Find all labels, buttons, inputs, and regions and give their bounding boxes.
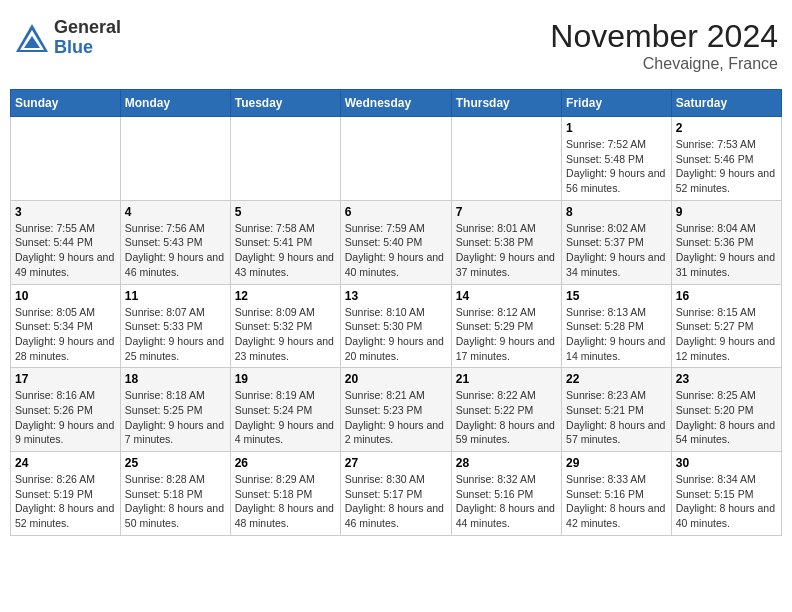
calendar-cell: 27Sunrise: 8:30 AM Sunset: 5:17 PM Dayli… — [340, 452, 451, 536]
day-info: Sunrise: 8:23 AM Sunset: 5:21 PM Dayligh… — [566, 388, 667, 447]
calendar-week-row: 17Sunrise: 8:16 AM Sunset: 5:26 PM Dayli… — [11, 368, 782, 452]
day-info: Sunrise: 8:21 AM Sunset: 5:23 PM Dayligh… — [345, 388, 447, 447]
day-number: 19 — [235, 372, 336, 386]
day-info: Sunrise: 8:19 AM Sunset: 5:24 PM Dayligh… — [235, 388, 336, 447]
day-info: Sunrise: 8:07 AM Sunset: 5:33 PM Dayligh… — [125, 305, 226, 364]
page-header: General Blue November 2024 Chevaigne, Fr… — [10, 10, 782, 81]
day-info: Sunrise: 8:10 AM Sunset: 5:30 PM Dayligh… — [345, 305, 447, 364]
day-info: Sunrise: 8:15 AM Sunset: 5:27 PM Dayligh… — [676, 305, 777, 364]
calendar-cell — [11, 117, 121, 201]
day-info: Sunrise: 8:05 AM Sunset: 5:34 PM Dayligh… — [15, 305, 116, 364]
calendar-cell: 22Sunrise: 8:23 AM Sunset: 5:21 PM Dayli… — [562, 368, 672, 452]
day-info: Sunrise: 8:29 AM Sunset: 5:18 PM Dayligh… — [235, 472, 336, 531]
calendar-cell: 21Sunrise: 8:22 AM Sunset: 5:22 PM Dayli… — [451, 368, 561, 452]
calendar-table: SundayMondayTuesdayWednesdayThursdayFrid… — [10, 89, 782, 536]
calendar-header-row: SundayMondayTuesdayWednesdayThursdayFrid… — [11, 90, 782, 117]
calendar-cell: 12Sunrise: 8:09 AM Sunset: 5:32 PM Dayli… — [230, 284, 340, 368]
day-info: Sunrise: 8:12 AM Sunset: 5:29 PM Dayligh… — [456, 305, 557, 364]
calendar-cell: 11Sunrise: 8:07 AM Sunset: 5:33 PM Dayli… — [120, 284, 230, 368]
logo-blue: Blue — [54, 38, 121, 58]
calendar-cell: 9Sunrise: 8:04 AM Sunset: 5:36 PM Daylig… — [671, 200, 781, 284]
day-number: 11 — [125, 289, 226, 303]
day-info: Sunrise: 7:56 AM Sunset: 5:43 PM Dayligh… — [125, 221, 226, 280]
day-info: Sunrise: 7:55 AM Sunset: 5:44 PM Dayligh… — [15, 221, 116, 280]
month-title: November 2024 — [550, 18, 778, 55]
weekday-header: Monday — [120, 90, 230, 117]
calendar-cell: 6Sunrise: 7:59 AM Sunset: 5:40 PM Daylig… — [340, 200, 451, 284]
day-number: 2 — [676, 121, 777, 135]
calendar-cell: 20Sunrise: 8:21 AM Sunset: 5:23 PM Dayli… — [340, 368, 451, 452]
calendar-cell: 10Sunrise: 8:05 AM Sunset: 5:34 PM Dayli… — [11, 284, 121, 368]
location: Chevaigne, France — [550, 55, 778, 73]
day-number: 21 — [456, 372, 557, 386]
calendar-week-row: 3Sunrise: 7:55 AM Sunset: 5:44 PM Daylig… — [11, 200, 782, 284]
calendar-cell: 26Sunrise: 8:29 AM Sunset: 5:18 PM Dayli… — [230, 452, 340, 536]
weekday-header: Friday — [562, 90, 672, 117]
day-number: 13 — [345, 289, 447, 303]
day-info: Sunrise: 8:26 AM Sunset: 5:19 PM Dayligh… — [15, 472, 116, 531]
logo: General Blue — [14, 18, 121, 58]
day-number: 7 — [456, 205, 557, 219]
weekday-header: Thursday — [451, 90, 561, 117]
calendar-cell: 18Sunrise: 8:18 AM Sunset: 5:25 PM Dayli… — [120, 368, 230, 452]
day-number: 24 — [15, 456, 116, 470]
calendar-cell — [230, 117, 340, 201]
calendar-cell — [340, 117, 451, 201]
day-number: 27 — [345, 456, 447, 470]
calendar-cell: 3Sunrise: 7:55 AM Sunset: 5:44 PM Daylig… — [11, 200, 121, 284]
calendar-week-row: 24Sunrise: 8:26 AM Sunset: 5:19 PM Dayli… — [11, 452, 782, 536]
calendar-cell: 19Sunrise: 8:19 AM Sunset: 5:24 PM Dayli… — [230, 368, 340, 452]
weekday-header: Wednesday — [340, 90, 451, 117]
calendar-cell: 25Sunrise: 8:28 AM Sunset: 5:18 PM Dayli… — [120, 452, 230, 536]
calendar-week-row: 1Sunrise: 7:52 AM Sunset: 5:48 PM Daylig… — [11, 117, 782, 201]
day-number: 20 — [345, 372, 447, 386]
calendar-cell: 1Sunrise: 7:52 AM Sunset: 5:48 PM Daylig… — [562, 117, 672, 201]
calendar-week-row: 10Sunrise: 8:05 AM Sunset: 5:34 PM Dayli… — [11, 284, 782, 368]
day-info: Sunrise: 8:16 AM Sunset: 5:26 PM Dayligh… — [15, 388, 116, 447]
day-number: 6 — [345, 205, 447, 219]
calendar-cell: 13Sunrise: 8:10 AM Sunset: 5:30 PM Dayli… — [340, 284, 451, 368]
calendar-cell: 16Sunrise: 8:15 AM Sunset: 5:27 PM Dayli… — [671, 284, 781, 368]
day-info: Sunrise: 8:22 AM Sunset: 5:22 PM Dayligh… — [456, 388, 557, 447]
weekday-header: Tuesday — [230, 90, 340, 117]
weekday-header: Saturday — [671, 90, 781, 117]
day-number: 12 — [235, 289, 336, 303]
day-number: 5 — [235, 205, 336, 219]
day-info: Sunrise: 8:04 AM Sunset: 5:36 PM Dayligh… — [676, 221, 777, 280]
day-info: Sunrise: 8:25 AM Sunset: 5:20 PM Dayligh… — [676, 388, 777, 447]
calendar-cell: 15Sunrise: 8:13 AM Sunset: 5:28 PM Dayli… — [562, 284, 672, 368]
calendar-cell: 2Sunrise: 7:53 AM Sunset: 5:46 PM Daylig… — [671, 117, 781, 201]
day-number: 28 — [456, 456, 557, 470]
calendar-cell — [120, 117, 230, 201]
day-info: Sunrise: 8:02 AM Sunset: 5:37 PM Dayligh… — [566, 221, 667, 280]
day-info: Sunrise: 7:53 AM Sunset: 5:46 PM Dayligh… — [676, 137, 777, 196]
day-number: 1 — [566, 121, 667, 135]
title-area: November 2024 Chevaigne, France — [550, 18, 778, 73]
day-number: 18 — [125, 372, 226, 386]
day-number: 14 — [456, 289, 557, 303]
day-number: 3 — [15, 205, 116, 219]
day-info: Sunrise: 8:34 AM Sunset: 5:15 PM Dayligh… — [676, 472, 777, 531]
day-number: 26 — [235, 456, 336, 470]
calendar-cell: 30Sunrise: 8:34 AM Sunset: 5:15 PM Dayli… — [671, 452, 781, 536]
day-info: Sunrise: 7:59 AM Sunset: 5:40 PM Dayligh… — [345, 221, 447, 280]
day-info: Sunrise: 8:28 AM Sunset: 5:18 PM Dayligh… — [125, 472, 226, 531]
calendar-cell: 28Sunrise: 8:32 AM Sunset: 5:16 PM Dayli… — [451, 452, 561, 536]
day-info: Sunrise: 8:32 AM Sunset: 5:16 PM Dayligh… — [456, 472, 557, 531]
logo-general: General — [54, 18, 121, 38]
logo-text: General Blue — [54, 18, 121, 58]
day-info: Sunrise: 8:30 AM Sunset: 5:17 PM Dayligh… — [345, 472, 447, 531]
calendar-cell — [451, 117, 561, 201]
day-info: Sunrise: 8:13 AM Sunset: 5:28 PM Dayligh… — [566, 305, 667, 364]
day-number: 9 — [676, 205, 777, 219]
day-info: Sunrise: 8:33 AM Sunset: 5:16 PM Dayligh… — [566, 472, 667, 531]
day-number: 4 — [125, 205, 226, 219]
day-number: 10 — [15, 289, 116, 303]
day-info: Sunrise: 7:58 AM Sunset: 5:41 PM Dayligh… — [235, 221, 336, 280]
calendar-cell: 7Sunrise: 8:01 AM Sunset: 5:38 PM Daylig… — [451, 200, 561, 284]
calendar-cell: 14Sunrise: 8:12 AM Sunset: 5:29 PM Dayli… — [451, 284, 561, 368]
day-number: 29 — [566, 456, 667, 470]
calendar-cell: 17Sunrise: 8:16 AM Sunset: 5:26 PM Dayli… — [11, 368, 121, 452]
day-number: 15 — [566, 289, 667, 303]
day-info: Sunrise: 7:52 AM Sunset: 5:48 PM Dayligh… — [566, 137, 667, 196]
